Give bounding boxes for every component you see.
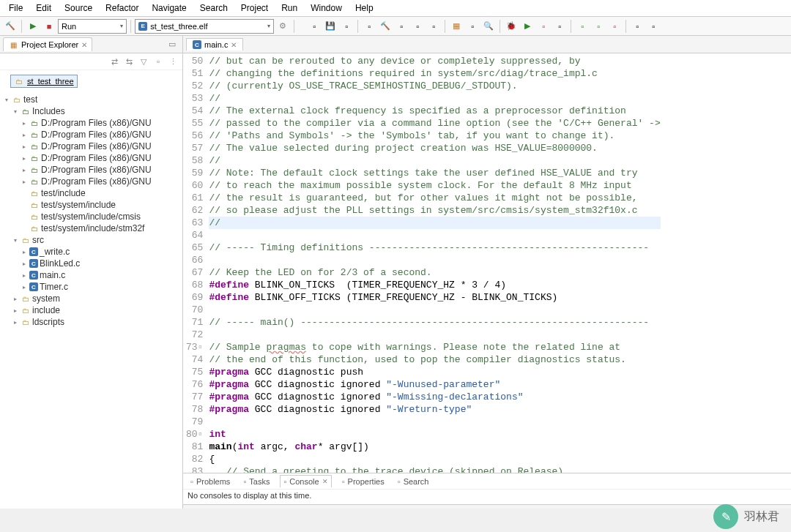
- tool-icon[interactable]: 🔨: [378, 19, 393, 34]
- menu-bar: FileEditSourceRefactorNavigateSearchProj…: [0, 0, 791, 17]
- tool4-icon[interactable]: ▫: [426, 19, 441, 34]
- save-all-icon[interactable]: ▫: [339, 19, 354, 34]
- save-icon[interactable]: 💾: [323, 19, 338, 34]
- open-icon[interactable]: ▫: [465, 19, 480, 34]
- tree-item[interactable]: ▸Cmain.c: [3, 269, 179, 281]
- tree-item[interactable]: 🗀test/system/include/stm32f: [3, 222, 179, 234]
- tree-item[interactable]: ▸🗀D:/Program Files (x86)/GNU: [3, 164, 179, 176]
- link-icon[interactable]: ⇆: [124, 56, 134, 67]
- tree-item[interactable]: ▸🗀system: [3, 293, 179, 304]
- build-icon[interactable]: ▫: [362, 19, 376, 34]
- tree-item[interactable]: ▾🗀test: [3, 94, 179, 105]
- run2-icon[interactable]: ▶: [520, 19, 535, 34]
- bottom-tab-properties[interactable]: ▫Properties: [339, 476, 387, 487]
- menu-navigate[interactable]: Navigate: [146, 1, 192, 15]
- tree-item-label: D:/Program Files (x86)/GNU: [41, 153, 152, 163]
- expand-arrow-icon[interactable]: ▸: [21, 272, 28, 279]
- bottom-tab-problems[interactable]: ▫Problems: [187, 476, 233, 487]
- filter-icon[interactable]: ▽: [138, 56, 149, 67]
- coverage-icon[interactable]: ▫: [536, 19, 551, 34]
- expand-arrow-icon[interactable]: ▸: [21, 284, 28, 291]
- collapse-all-icon[interactable]: ⇄: [109, 56, 119, 67]
- hammer-icon[interactable]: 🔨: [3, 19, 18, 34]
- close-icon[interactable]: ✕: [81, 41, 87, 49]
- editor-tab-main[interactable]: C main.c ✕: [186, 38, 243, 50]
- project-name: st_test_three: [27, 77, 74, 86]
- tree-item-label: BlinkLed.c: [40, 258, 80, 269]
- focus-icon[interactable]: ▫: [153, 56, 163, 67]
- tree-item[interactable]: ▸🗀D:/Program Files (x86)/GNU: [3, 141, 179, 152]
- expand-arrow-icon[interactable]: ▾: [12, 237, 19, 244]
- expand-arrow-icon[interactable]: ▸: [21, 143, 28, 150]
- expand-arrow-icon[interactable]: ▸: [21, 167, 28, 173]
- toggle-icon[interactable]: ▦: [449, 19, 464, 34]
- menu-file[interactable]: File: [3, 1, 29, 15]
- menu-search[interactable]: Search: [194, 1, 234, 15]
- ext4-icon[interactable]: ▫: [630, 19, 645, 34]
- tree-item[interactable]: ▸🗀D:/Program Files (x86)/GNU: [3, 129, 179, 141]
- tree-item[interactable]: ▸🗀D:/Program Files (x86)/GNU: [3, 176, 179, 187]
- menu-window[interactable]: Window: [305, 1, 348, 15]
- tree-item[interactable]: ▸C_write.c: [3, 246, 179, 258]
- tool3-icon[interactable]: ▫: [410, 19, 425, 34]
- project-explorer-tab[interactable]: ▦ Project Explorer ✕: [3, 37, 92, 51]
- expand-arrow-icon[interactable]: ▾: [12, 108, 19, 115]
- tree-item[interactable]: ▾🗀Includes: [3, 105, 179, 117]
- gear-icon[interactable]: ⚙: [275, 19, 290, 34]
- launch-target-selector[interactable]: E st_test_three.elf ▾: [135, 19, 274, 34]
- close-icon[interactable]: ✕: [322, 478, 328, 485]
- expand-arrow-icon[interactable]: ▸: [21, 261, 28, 267]
- tree-item[interactable]: ▸CTimer.c: [3, 281, 179, 293]
- tree-item-label: system: [32, 293, 60, 304]
- folder-icon: 🗀: [12, 94, 22, 105]
- menu-refactor[interactable]: Refactor: [100, 1, 144, 15]
- tool2-icon[interactable]: ▫: [394, 19, 409, 34]
- ext3-icon[interactable]: ▫: [607, 19, 622, 34]
- code-editor[interactable]: 5051525354555657585960616263646566676869…: [183, 53, 791, 473]
- tree-item[interactable]: 🗀test/system/include: [3, 199, 179, 211]
- tree-item[interactable]: ▸🗀D:/Program Files (x86)/GNU: [3, 117, 179, 129]
- project-selector[interactable]: 🗀 st_test_three: [10, 75, 78, 88]
- menu-source[interactable]: Source: [59, 1, 98, 15]
- profile-icon[interactable]: ▫: [552, 19, 567, 34]
- menu-edit[interactable]: Edit: [30, 1, 57, 15]
- tree-item-label: test/include: [41, 188, 86, 198]
- status-bar: [183, 504, 791, 509]
- project-tree[interactable]: ▾🗀test▾🗀Includes▸🗀D:/Program Files (x86)…: [0, 92, 182, 509]
- ext2-icon[interactable]: ▫: [591, 19, 606, 34]
- tree-item[interactable]: ▸CBlinkLed.c: [3, 258, 179, 269]
- expand-arrow-icon[interactable]: ▸: [21, 132, 28, 138]
- tree-item[interactable]: ▸🗀ldscripts: [3, 316, 179, 328]
- tree-item[interactable]: ▾🗀src: [3, 234, 179, 246]
- expand-arrow-icon[interactable]: ▸: [21, 120, 28, 127]
- new-icon[interactable]: ▫: [307, 19, 322, 34]
- menu-icon[interactable]: ⋮: [168, 56, 178, 67]
- expand-arrow-icon[interactable]: ▸: [12, 307, 19, 314]
- bottom-tab-search[interactable]: ▫Search: [395, 476, 432, 487]
- expand-arrow-icon[interactable]: ▸: [21, 179, 28, 185]
- ext5-icon[interactable]: ▫: [646, 19, 661, 34]
- minimize-icon[interactable]: ▭: [165, 37, 179, 52]
- tree-item-label: include: [32, 305, 60, 315]
- run-icon[interactable]: ▶: [26, 19, 40, 34]
- ext1-icon[interactable]: ▫: [575, 19, 590, 34]
- menu-project[interactable]: Project: [235, 1, 274, 15]
- tree-item[interactable]: 🗀test/system/include/cmsis: [3, 211, 179, 222]
- tree-item[interactable]: ▸🗀D:/Program Files (x86)/GNU: [3, 152, 179, 164]
- expand-arrow-icon[interactable]: ▸: [12, 319, 19, 326]
- menu-run[interactable]: Run: [275, 1, 303, 15]
- bottom-tab-tasks[interactable]: ▫Tasks: [240, 476, 272, 487]
- expand-arrow-icon[interactable]: ▸: [21, 249, 28, 255]
- tree-item[interactable]: 🗀test/include: [3, 187, 179, 199]
- expand-arrow-icon[interactable]: ▾: [3, 97, 10, 103]
- stop-icon[interactable]: ■: [42, 19, 56, 34]
- menu-help[interactable]: Help: [349, 1, 379, 15]
- expand-arrow-icon[interactable]: ▸: [12, 296, 19, 302]
- run-mode-selector[interactable]: Run ▾: [58, 19, 127, 34]
- search-icon[interactable]: 🔍: [481, 19, 496, 34]
- close-icon[interactable]: ✕: [231, 41, 237, 49]
- expand-arrow-icon[interactable]: ▸: [21, 155, 28, 162]
- bottom-tab-console[interactable]: ▫Console✕: [280, 475, 331, 487]
- debug-icon[interactable]: 🐞: [504, 19, 519, 34]
- tree-item[interactable]: ▸🗀include: [3, 304, 179, 316]
